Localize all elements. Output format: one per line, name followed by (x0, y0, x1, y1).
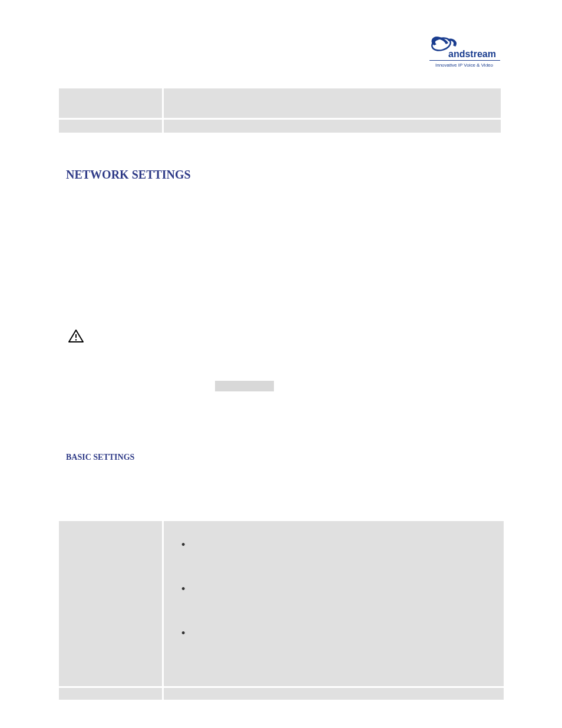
table-cell-value (164, 688, 504, 700)
warning-icon (68, 329, 533, 345)
svg-point-5 (75, 339, 77, 340)
svg-text:Innovative IP Voice & Video: Innovative IP Voice & Video (435, 62, 494, 68)
table-cell-label (59, 521, 162, 686)
table-row (59, 521, 504, 686)
brand-logo: andstream Innovative IP Voice & Video (429, 32, 500, 73)
settings-table-bottom (59, 521, 504, 700)
table-row (59, 120, 501, 133)
basic-settings-heading: BASIC SETTINGS (66, 453, 533, 462)
svg-rect-2 (429, 60, 500, 61)
table-cell-value (164, 521, 504, 686)
svg-text:andstream: andstream (448, 49, 496, 59)
list-item (181, 583, 492, 595)
table-cell-label (59, 120, 162, 133)
table-row (59, 688, 504, 700)
list-item (181, 539, 492, 551)
table-cell-label (59, 688, 162, 700)
highlighted-text-area (215, 381, 274, 391)
table-cell-value (164, 88, 501, 118)
network-settings-heading: NETWORK SETTINGS (66, 168, 533, 182)
table-cell-value (164, 120, 501, 133)
table-row (59, 88, 501, 118)
table-cell-label (59, 88, 162, 118)
list-item (181, 627, 492, 639)
settings-table-top (59, 88, 501, 133)
bullet-list (176, 539, 492, 639)
